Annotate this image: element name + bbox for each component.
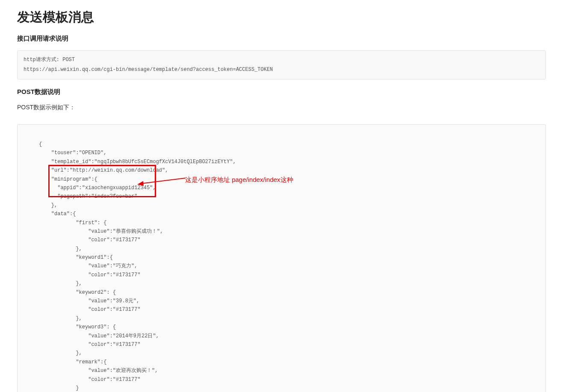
json-pre-highlight: { "touser":"OPENID", "template_id":"ngqI…: [39, 141, 236, 173]
post-example-intro: POST数据示例如下：: [17, 104, 546, 111]
json-post-highlight: "data":{ "first": { "value":"恭喜你购买成功！", …: [39, 211, 163, 392]
api-endpoint-codebox: http请求方式: POST https://api.weixin.qq.com…: [17, 50, 546, 79]
json-highlighted-block: "miniprogram":{ "appid":"xiaochengxuappi…: [39, 176, 156, 208]
svg-line-0: [141, 178, 186, 184]
page-title: 发送模板消息: [17, 9, 546, 26]
annotation-text: 这是小程序地址 page/index/index这种: [185, 174, 293, 185]
api-request-subtitle: 接口调用请求说明: [17, 35, 546, 43]
json-example-codebox: { "touser":"OPENID", "template_id":"ngqI…: [17, 124, 546, 392]
post-data-subtitle: POST数据说明: [17, 88, 546, 96]
